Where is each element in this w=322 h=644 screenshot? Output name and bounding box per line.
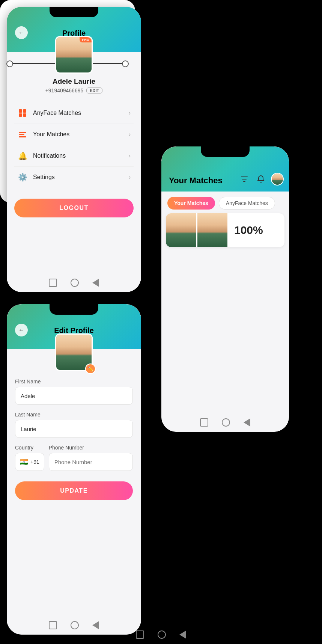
avatar-container: PRO [7,36,141,74]
menu-item-notifications[interactable]: 🔔 Notifications › [14,145,134,167]
home-icon-matches [200,418,208,427]
logout-button[interactable]: LOGOUT [14,199,134,217]
menu-item-settings[interactable]: ⚙️ Settings › [14,167,134,188]
tab-anyface-matches[interactable]: AnyFace Matches [219,197,275,210]
country-flag: 🇮🇳 [20,458,28,466]
match-thumb-1 [166,213,196,247]
profile-screen: ← Profile PRO Adele Laurie +919409466695… [7,7,141,292]
avatar: PRO [55,36,93,74]
notification-icon[interactable] [254,173,267,186]
back-nav-icon [92,279,99,287]
match-card[interactable]: 100% [166,213,284,247]
phone-input[interactable] [49,453,133,471]
phone-row: +919409466695 EDIT [7,87,141,94]
chevron-right-icon-4: › [129,174,131,181]
menu-label-notifications: Notifications [33,152,123,159]
pro-badge: PRO [80,37,92,42]
menu-item-yourmatches[interactable]: Your Matches › [14,124,134,145]
menu-item-anyface[interactable]: AnyFace Matches › [14,103,134,124]
notch [50,7,98,17]
match-percentage: 100% [227,224,263,237]
last-name-input[interactable] [15,420,133,438]
chevron-right-icon-2: › [129,131,131,138]
back-nav-icon-matches [244,418,250,427]
edit-bottom-nav [7,621,141,629]
chevron-right-icon-3: › [129,152,131,159]
grid-icon [17,108,28,118]
phone-number: +919409466695 [45,87,84,94]
edit-avatar-container: ✏️ [7,333,141,371]
circle-icon [71,279,79,287]
edit-avatar-pencil-icon[interactable]: ✏️ [85,363,96,374]
circle-icon-matches [222,418,230,427]
header-icons [238,173,289,186]
menu-list: AnyFace Matches › Your Matches › 🔔 Notif… [14,103,134,188]
country-label: Country [15,445,44,451]
circle-icon-edit [71,621,79,629]
first-name-label: First Name [15,379,133,385]
bottom-nav-bar [7,279,141,287]
menu-label-yourmatches: Your Matches [33,131,123,138]
edit-form: First Name Last Name Country 🇮🇳 +91 Phon… [15,379,133,471]
bell-icon: 🔔 [17,151,28,161]
filter-icon[interactable] [238,173,251,186]
menu-label-anyface: AnyFace Matches [33,110,123,116]
gear-icon: ⚙️ [17,172,28,182]
last-name-label: Last Name [15,412,133,418]
home-icon-edit [49,621,57,629]
phone-label: Phone Number [49,445,133,451]
home-icon [49,279,57,287]
edit-button[interactable]: EDIT [86,87,102,94]
your-matches-screen: Your Matches Your Mat [161,146,289,432]
matches-title: Your Matches [169,176,238,186]
tab-your-matches[interactable]: Your Matches [167,197,215,210]
match-thumb-2 [197,213,227,247]
first-name-input[interactable] [15,387,133,405]
chevron-right-icon: › [129,110,131,116]
country-selector[interactable]: 🇮🇳 +91 [15,453,44,471]
country-code: +91 [30,459,39,465]
update-button[interactable]: UPDATE [15,481,133,500]
tab-row: Your Matches AnyFace Matches [161,192,289,213]
back-nav-icon-edit [92,621,99,629]
notch-matches [201,146,250,157]
profile-avatar-small[interactable] [271,173,284,186]
menu-label-settings: Settings [33,174,123,181]
edit-profile-screen: ← Edit Profile ✏️ First Name Last Name C… [7,304,141,635]
list-icon [17,129,28,140]
user-name: Adele Laurie [7,77,141,86]
notch-edit [50,304,98,315]
matches-bottom-nav [161,418,289,427]
